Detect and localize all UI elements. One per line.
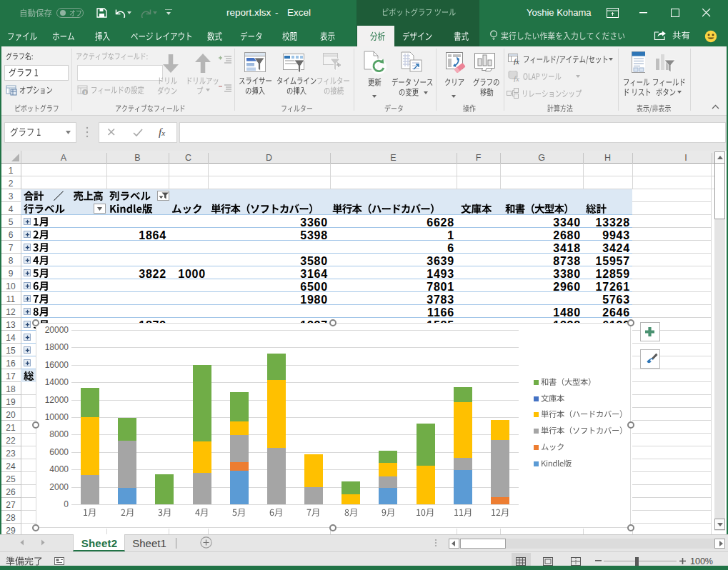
svg-text:fx: fx [514,74,519,82]
svg-text:fx: fx [514,57,519,65]
svg-text:i: i [84,89,86,96]
